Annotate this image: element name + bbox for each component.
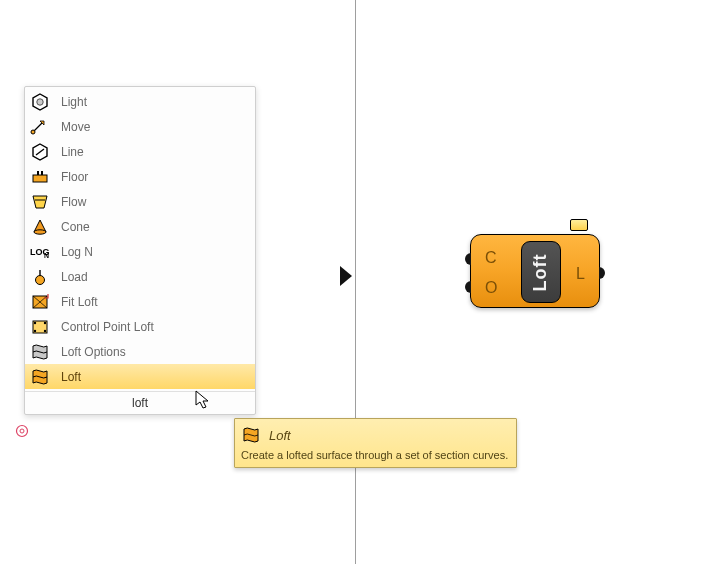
search-result-item[interactable]: Floor bbox=[25, 164, 255, 189]
svg-point-19 bbox=[44, 321, 46, 323]
move-icon bbox=[29, 117, 51, 137]
search-bar bbox=[25, 391, 255, 414]
search-result-item[interactable]: Fit Loft bbox=[25, 289, 255, 314]
search-result-item[interactable]: Line bbox=[25, 139, 255, 164]
component-flag-icon bbox=[570, 219, 588, 231]
cploft-icon bbox=[29, 317, 51, 337]
tooltip: Loft Create a lofted surface through a s… bbox=[234, 418, 517, 468]
tooltip-title: Loft bbox=[269, 428, 291, 443]
fitloft-icon bbox=[29, 292, 51, 312]
insert-arrow-icon bbox=[338, 264, 356, 288]
hex-line-icon bbox=[29, 142, 51, 162]
search-result-label: Light bbox=[61, 95, 249, 109]
hex-light-icon bbox=[29, 92, 51, 112]
load-icon bbox=[29, 267, 51, 287]
search-result-item[interactable]: Loft bbox=[25, 364, 255, 389]
search-result-item[interactable]: Move bbox=[25, 114, 255, 139]
loft-icon bbox=[29, 367, 51, 387]
svg-point-0 bbox=[17, 426, 28, 437]
search-result-item[interactable]: Control Point Loft bbox=[25, 314, 255, 339]
output-grip-l[interactable] bbox=[599, 267, 609, 279]
input-grip-c[interactable] bbox=[461, 253, 471, 265]
canvas[interactable]: C O L Loft LightMoveLineFloorFlowConeLOG… bbox=[0, 0, 712, 564]
svg-rect-8 bbox=[37, 171, 39, 175]
floor-icon bbox=[29, 167, 51, 187]
search-result-label: Load bbox=[61, 270, 249, 284]
search-result-label: Loft Options bbox=[61, 345, 249, 359]
search-result-item[interactable]: Cone bbox=[25, 214, 255, 239]
input-grip-o[interactable] bbox=[461, 281, 471, 293]
component-search-popup[interactable]: LightMoveLineFloorFlowConeLOGNLog NLoadF… bbox=[24, 86, 256, 415]
svg-rect-7 bbox=[33, 175, 47, 182]
svg-rect-9 bbox=[41, 171, 43, 175]
output-label-l: L bbox=[576, 265, 585, 283]
loft-component[interactable]: C O L Loft bbox=[470, 234, 600, 308]
search-result-label: Log N bbox=[61, 245, 249, 259]
search-result-label: Control Point Loft bbox=[61, 320, 249, 334]
svg-point-11 bbox=[34, 229, 46, 233]
svg-point-4 bbox=[31, 130, 35, 134]
search-result-item[interactable]: Load bbox=[25, 264, 255, 289]
search-result-label: Move bbox=[61, 120, 249, 134]
tooltip-body: Create a lofted surface through a set of… bbox=[241, 449, 508, 461]
flow-icon bbox=[29, 192, 51, 212]
component-title: Loft bbox=[530, 253, 551, 291]
input-label-o: O bbox=[485, 279, 497, 297]
svg-point-3 bbox=[37, 98, 43, 104]
search-result-label: Floor bbox=[61, 170, 249, 184]
search-result-label: Fit Loft bbox=[61, 295, 249, 309]
search-result-item[interactable]: LOGNLog N bbox=[25, 239, 255, 264]
component-title-pill: Loft bbox=[521, 241, 561, 303]
svg-point-21 bbox=[44, 329, 46, 331]
cone-icon bbox=[29, 217, 51, 237]
logn-icon: LOGN bbox=[29, 242, 51, 262]
loft-icon bbox=[241, 425, 261, 445]
search-result-label: Cone bbox=[61, 220, 249, 234]
svg-text:N: N bbox=[44, 252, 49, 259]
search-result-label: Loft bbox=[61, 370, 249, 384]
search-result-item[interactable]: Loft Options bbox=[25, 339, 255, 364]
search-result-list: LightMoveLineFloorFlowConeLOGNLog NLoadF… bbox=[25, 87, 255, 391]
svg-point-1 bbox=[20, 429, 24, 433]
search-input[interactable] bbox=[25, 395, 255, 411]
search-result-item[interactable]: Light bbox=[25, 89, 255, 114]
search-result-label: Flow bbox=[61, 195, 249, 209]
input-label-c: C bbox=[485, 249, 497, 267]
svg-point-20 bbox=[34, 329, 36, 331]
search-result-label: Line bbox=[61, 145, 249, 159]
loftopt-icon bbox=[29, 342, 51, 362]
placement-target-icon bbox=[15, 424, 29, 438]
search-result-item[interactable]: Flow bbox=[25, 189, 255, 214]
svg-point-18 bbox=[34, 321, 36, 323]
svg-point-15 bbox=[36, 275, 45, 284]
